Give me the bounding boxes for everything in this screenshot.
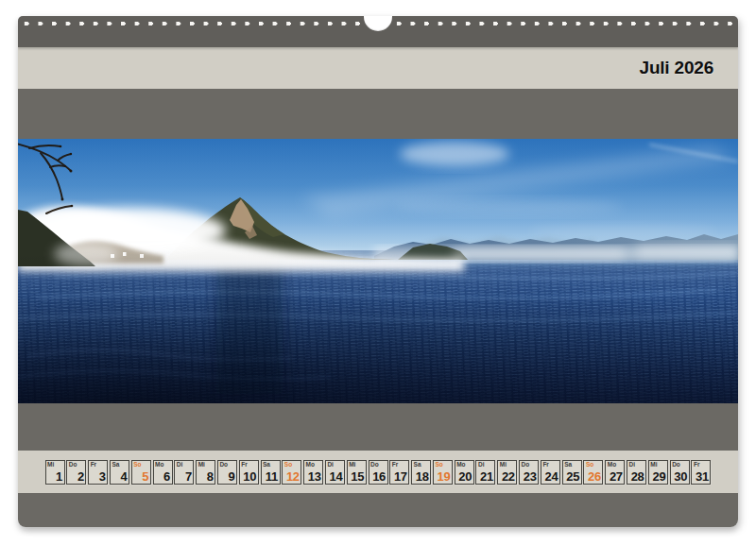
day-cell-23: Do23 (519, 460, 539, 485)
day-number: 1 (56, 470, 62, 483)
day-cell-28: Di28 (627, 460, 646, 485)
weekday-label: Sa (112, 462, 119, 468)
day-number: 18 (416, 470, 429, 483)
title-band: Juli 2026 (18, 47, 738, 89)
day-number: 23 (524, 470, 537, 483)
day-number: 26 (588, 470, 601, 483)
day-number: 7 (185, 470, 192, 483)
day-cell-29: Mi29 (648, 460, 668, 485)
weekday-label: Di (177, 462, 183, 468)
day-cell-10: Fr10 (239, 460, 259, 485)
day-cell-31: Fr31 (691, 460, 711, 485)
date-strip: Mi1Do2Fr3Sa4So5Mo6Di7Mi8Do9Fr10Sa11So12M… (45, 460, 712, 485)
weekday-label: Fr (542, 462, 549, 468)
weekday-label: Fr (392, 462, 399, 468)
day-cell-16: Do16 (369, 460, 388, 485)
day-cell-2: Do2 (66, 460, 86, 485)
day-number: 5 (142, 470, 148, 483)
day-number: 15 (351, 470, 364, 483)
day-number: 4 (121, 470, 128, 483)
weekday-label: Sa (263, 462, 270, 468)
weekday-label: Mi (198, 462, 205, 468)
day-number: 25 (566, 470, 579, 483)
weekday-label: Mo (155, 462, 163, 468)
weekday-label: Fr (694, 462, 700, 468)
day-number: 8 (207, 470, 214, 483)
day-cell-15: Mi15 (347, 460, 367, 485)
weekday-label: Mi (349, 462, 355, 468)
weekday-label: Sa (414, 462, 421, 468)
weekday-label: Mo (608, 462, 616, 468)
day-cell-17: Fr17 (389, 460, 409, 485)
weekday-label: So (586, 462, 593, 468)
day-number: 16 (372, 470, 386, 483)
weekday-label: Mi (650, 462, 657, 468)
day-cell-7: Di7 (174, 460, 194, 485)
calendar-sheet: Juli 2026 (18, 16, 738, 527)
photo-panorama (18, 139, 738, 403)
lake-panorama-art (18, 139, 738, 403)
day-number: 28 (631, 470, 644, 483)
day-cell-6: Mo6 (153, 460, 173, 485)
day-number: 12 (286, 470, 300, 483)
day-number: 2 (77, 470, 84, 483)
day-cell-4: Sa4 (110, 460, 129, 485)
weekday-label: Di (327, 462, 334, 468)
weekday-label: Do (522, 462, 530, 468)
weekday-label: Sa (564, 462, 572, 468)
day-number: 30 (674, 470, 687, 483)
weekday-label: So (284, 462, 292, 468)
day-cell-22: Mi22 (497, 460, 517, 485)
day-number: 20 (458, 470, 472, 483)
weekday-label: Di (478, 462, 485, 468)
day-cell-13: Mo13 (303, 460, 323, 485)
day-cell-24: Fr24 (541, 460, 560, 485)
date-band: Mi1Do2Fr3Sa4So5Mo6Di7Mi8Do9Fr10Sa11So12M… (18, 451, 738, 493)
weekday-label: So (435, 462, 442, 468)
day-number: 10 (243, 470, 256, 483)
day-cell-26: So26 (583, 460, 603, 485)
weekday-label: Mo (306, 462, 315, 468)
weekday-label: Mi (500, 462, 507, 468)
day-cell-1: Mi1 (45, 460, 65, 485)
day-cell-8: Mi8 (196, 460, 215, 485)
day-cell-20: Mo20 (455, 460, 474, 485)
day-cell-21: Di21 (475, 460, 495, 485)
day-cell-5: So5 (131, 460, 151, 485)
day-cell-11: Sa11 (261, 460, 281, 485)
weekday-label: Do (672, 462, 680, 468)
day-number: 11 (266, 470, 278, 483)
day-cell-12: So12 (282, 460, 301, 485)
month-title: Juli 2026 (640, 58, 713, 78)
weekday-label: Di (629, 462, 636, 468)
day-cell-18: Sa18 (411, 460, 431, 485)
day-cell-9: Do9 (217, 460, 237, 485)
day-cell-25: Sa25 (562, 460, 582, 485)
weekday-label: Mi (47, 462, 54, 468)
day-number: 19 (438, 470, 451, 483)
day-number: 21 (480, 470, 493, 483)
day-cell-30: Do30 (670, 460, 690, 485)
weekday-label: Mo (456, 462, 465, 468)
binding-strip (18, 16, 738, 47)
spacer-band-top (18, 89, 738, 139)
hanger-hole (364, 16, 392, 31)
weekday-label: Do (69, 462, 77, 468)
day-number: 3 (99, 470, 106, 483)
day-number: 29 (652, 470, 665, 483)
day-number: 13 (308, 470, 321, 483)
weekday-label: Do (370, 462, 379, 468)
day-cell-27: Mo27 (605, 460, 625, 485)
day-number: 6 (163, 470, 170, 483)
day-cell-19: So19 (433, 460, 453, 485)
day-number: 27 (610, 470, 623, 483)
weekday-label: Do (219, 462, 228, 468)
day-number: 9 (228, 470, 234, 483)
day-number: 17 (394, 470, 407, 483)
spacer-band-bottom (18, 493, 738, 527)
weekday-label: Fr (241, 462, 248, 468)
day-number: 31 (696, 470, 709, 483)
day-cell-3: Fr3 (88, 460, 108, 485)
day-number: 24 (545, 470, 558, 483)
day-cell-14: Di14 (325, 460, 345, 485)
